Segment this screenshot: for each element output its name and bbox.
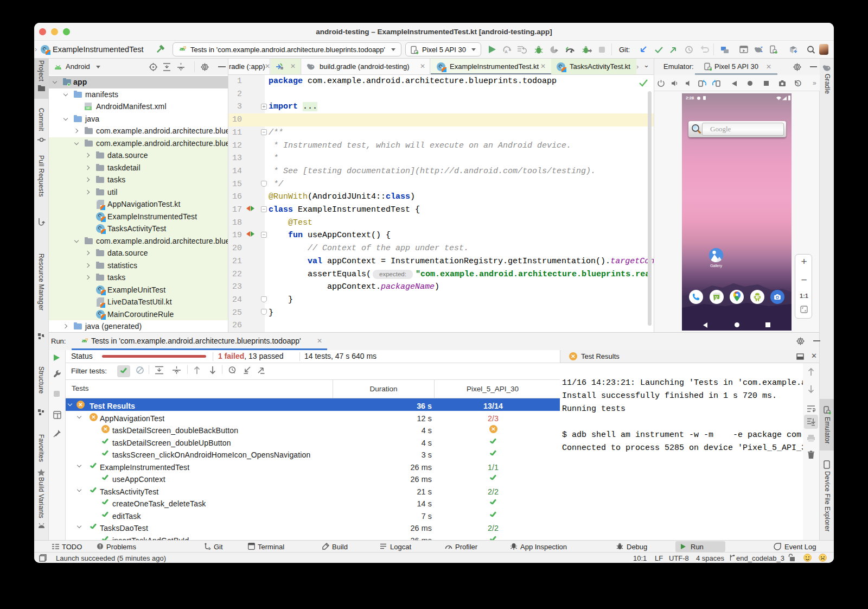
svg-text:A: A (505, 49, 508, 54)
svg-text:5: 5 (797, 82, 799, 86)
